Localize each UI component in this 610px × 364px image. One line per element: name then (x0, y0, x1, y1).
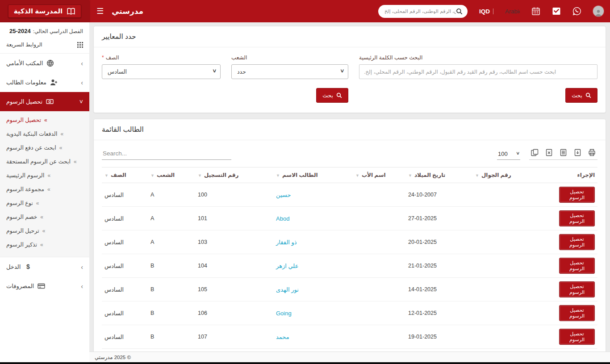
table-row: السادس A 103 ذو الفقار 20-01-2025 تحصيل … (102, 230, 597, 254)
cell-mobile (472, 230, 556, 254)
collect-fees-button[interactable]: تحصيل الرسوم (559, 281, 595, 297)
sidebar-item-income[interactable]: الدخل $ ‹ (0, 257, 89, 276)
cell-class: السادس (102, 207, 148, 230)
keyword-search-button[interactable]: بحث (565, 88, 597, 103)
menu-label: الدخل (6, 264, 21, 270)
submenu-item-fees-master[interactable]: الرسوم الرئيسية « (0, 168, 89, 182)
cell-student-name: حسين (273, 183, 353, 207)
divider (493, 8, 493, 14)
collect-fees-button[interactable]: تحصيل الرسوم (559, 305, 595, 321)
cell-father-name (353, 183, 405, 207)
language-selector[interactable]: Arabic (505, 8, 520, 15)
sidebar-item-student-info[interactable]: معلومات الطالب ‹ (0, 73, 89, 92)
submenu-item-fees-carry-forward[interactable]: ترحيل الرسوم « (0, 224, 89, 238)
submenu-item-search-due-fees[interactable]: ابحث عن الرسوم المستحقة « (0, 155, 89, 168)
student-add-icon (50, 79, 58, 86)
cell-action: تحصيل الرسوم (556, 183, 597, 207)
collect-fees-button[interactable]: تحصيل الرسوم (559, 187, 595, 203)
cell-student-name: نور الهدى (273, 278, 353, 301)
cell-reg-no: 103 (195, 230, 273, 254)
submenu-item-search-fees-payment[interactable]: ابحث عن دفع الرسوم « (0, 141, 89, 155)
cell-action: تحصيل الرسوم (556, 278, 597, 301)
calendar-icon[interactable] (531, 7, 540, 16)
table-row: السادس B 105 نور الهدى 14-01-2025 تحصيل … (102, 278, 597, 301)
cell-student-name: Abod (273, 207, 353, 230)
quick-links[interactable]: الروابط السريعة (0, 37, 89, 54)
table-row: السادس A 100 حسين 24-10-2007 تحصيل الرسو… (102, 183, 597, 207)
fees-submenu: تحصيل الرسوم « الدفعات البنكية اليدوية «… (0, 111, 89, 257)
user-avatar[interactable] (593, 6, 604, 17)
collect-fees-button[interactable]: تحصيل الرسوم (559, 258, 595, 274)
column-header-mobile[interactable]: ▼رقم الجوال (472, 167, 556, 183)
submenu-label: ترحيل الرسوم (6, 227, 39, 234)
student-name-link[interactable]: نور الهدى (276, 286, 299, 293)
collect-fees-button[interactable]: تحصيل الرسوم (559, 210, 595, 226)
cell-section: A (148, 183, 195, 207)
angle-marker-icon: « (42, 228, 46, 234)
global-search-input[interactable] (384, 8, 456, 14)
print-icon[interactable] (588, 149, 596, 156)
submenu-item-manual-bank-payments[interactable]: الدفعات البنكية اليدوية « (0, 127, 89, 141)
cell-reg-no: 106 (195, 301, 273, 325)
table-row: السادس B 107 محمد 19-01-2025 تحصيل الرسو… (102, 325, 597, 349)
currency-selector[interactable]: IQD (479, 8, 493, 15)
search-button[interactable]: بحث (316, 88, 348, 103)
search-icon[interactable] (456, 8, 463, 15)
sidebar: الفصل الدراسي الحالي: 25-2024 الروابط ال… (0, 22, 89, 362)
tasks-check-icon[interactable] (552, 7, 561, 16)
student-name-link[interactable]: Going (276, 310, 292, 317)
submenu-item-fees-collection[interactable]: تحصيل الرسوم « (0, 113, 89, 127)
section-select[interactable]: حدد (231, 64, 348, 79)
column-header-student-name[interactable]: ▼الطالب الاسم (273, 167, 353, 183)
hamburger-menu-icon[interactable]: ☰ (96, 6, 104, 16)
cell-mobile (472, 325, 556, 349)
collect-fees-button[interactable]: تحصيل الرسوم (559, 234, 595, 250)
sidebar-item-fees-collection[interactable]: تحصيل الرسوم ˅ (0, 92, 89, 111)
submenu-label: الرسوم الرئيسية (6, 172, 44, 179)
global-search[interactable] (378, 5, 468, 18)
cell-mobile (472, 207, 556, 230)
submenu-item-fees-discount[interactable]: خصم الرسوم « (0, 210, 89, 224)
column-header-section[interactable]: ▼الشعب (148, 167, 195, 183)
column-header-class[interactable]: ▼الصف (102, 167, 148, 183)
table-search-input[interactable] (102, 147, 231, 160)
submenu-item-fees-type[interactable]: نوع الرسوم « (0, 196, 89, 210)
criteria-title: حدد المعايير (94, 26, 606, 47)
csv-file-icon[interactable] (560, 149, 567, 156)
collect-fees-button[interactable]: تحصيل الرسوم (559, 329, 595, 345)
excel-export-icon[interactable] (545, 149, 553, 156)
student-name-link[interactable]: محمد (276, 334, 289, 340)
angle-marker-icon: « (60, 131, 63, 137)
angle-marker-icon: « (36, 200, 39, 206)
student-name-link[interactable]: علي ازهر (276, 263, 298, 269)
cell-action: تحصيل الرسوم (556, 254, 597, 278)
whatsapp-icon[interactable] (572, 7, 581, 16)
column-header-dob[interactable]: ▼تاريخ الميلاد (405, 167, 472, 183)
school-logo[interactable]: المدرسة الذكية (8, 4, 82, 18)
page-size-select[interactable]: 100 (497, 149, 520, 160)
banknote-icon (46, 98, 54, 105)
copy-icon[interactable] (531, 149, 539, 156)
page-footer: © 2025 مدرستي (89, 351, 610, 362)
submenu-label: الدفعات البنكية اليدوية (6, 130, 57, 137)
cell-mobile (472, 278, 556, 301)
pdf-export-icon[interactable] (574, 149, 581, 156)
table-header-row: ▼الصف ▼الشعب ▼رقم التسجيل ▼الطالب الاسم … (102, 167, 597, 183)
sidebar-menu-bottom: الدخل $ ‹ المصروفات ‹ (0, 257, 89, 296)
grid-apps-icon[interactable] (77, 42, 83, 48)
sort-icon: ▼ (408, 173, 412, 178)
keyword-input[interactable] (359, 64, 597, 79)
cell-father-name (353, 325, 405, 349)
submenu-item-fees-reminder[interactable]: تذكير الرسوم « (0, 238, 89, 251)
sidebar-item-expenses[interactable]: المصروفات ‹ (0, 276, 89, 296)
column-header-father-name[interactable]: ▼اسم الأب (353, 167, 405, 183)
menu-label: المصروفات (6, 283, 34, 289)
sidebar-menu: المكتب الأمامي ‹ معلومات الطالب ‹ (0, 54, 89, 111)
student-name-link[interactable]: Abod (276, 215, 289, 222)
class-select[interactable]: السادس (102, 64, 221, 79)
student-name-link[interactable]: ذو الفقار (276, 239, 297, 246)
submenu-item-fees-group[interactable]: مجموعة الرسوم « (0, 182, 89, 196)
sidebar-item-front-office[interactable]: المكتب الأمامي ‹ (0, 54, 89, 73)
student-name-link[interactable]: حسين (276, 192, 291, 198)
column-header-reg-no[interactable]: ▼رقم التسجيل (195, 167, 273, 183)
